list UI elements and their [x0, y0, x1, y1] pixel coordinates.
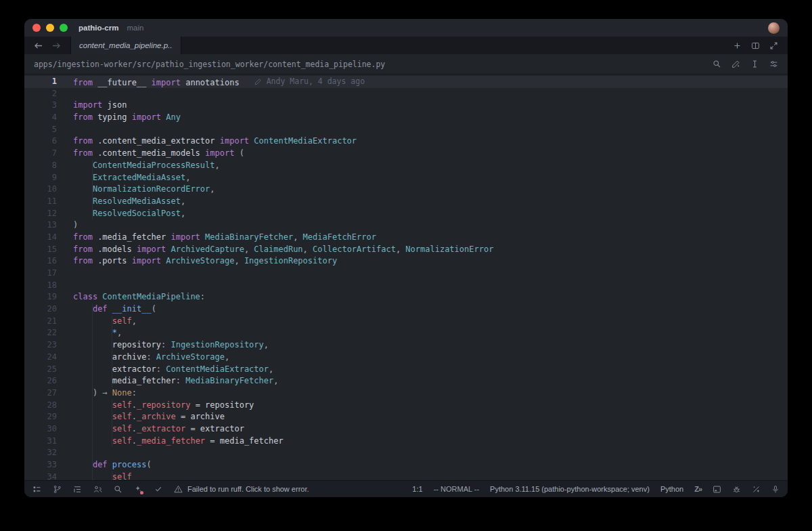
code-line[interactable]: 33 def process( — [24, 459, 788, 471]
settings-sliders-icon[interactable] — [769, 60, 778, 68]
minimize-window-button[interactable] — [46, 24, 54, 32]
code-line[interactable]: 15from .models import ArchivedCapture, C… — [24, 244, 788, 256]
split-pane-icon[interactable] — [751, 41, 760, 50]
code-line[interactable]: 20 def __init__( — [24, 303, 788, 316]
code-line[interactable]: 9 ExtractedMediaAsset, — [24, 172, 788, 184]
vim-mode-indicator: -- NORMAL -- — [434, 485, 479, 493]
code-line[interactable]: 12 ResolvedSocialPost, — [24, 208, 788, 220]
outline-panel-icon[interactable] — [73, 485, 82, 494]
code-line[interactable]: 23 repository: IngestionRepository, — [24, 339, 788, 352]
code-line[interactable]: 16from .ports import ArchiveStorage, Ing… — [24, 255, 788, 268]
code-content — [57, 447, 788, 459]
code-content: from .media_fetcher import MediaBinaryFe… — [57, 232, 788, 244]
code-content: media_fetcher: MediaBinaryFetcher, — [57, 375, 788, 387]
inline-assist-icon[interactable] — [731, 60, 740, 68]
notification-dot — [140, 491, 143, 494]
search-icon[interactable] — [713, 60, 721, 68]
code-content — [57, 88, 788, 100]
line-number: 19 — [24, 291, 57, 303]
code-line[interactable]: 31 self._media_fetcher = media_fetcher — [24, 436, 788, 448]
line-number: 29 — [24, 411, 57, 423]
assistant-sparkle-icon[interactable] — [752, 485, 761, 494]
project-panel-icon[interactable] — [32, 485, 41, 494]
search-panel-icon[interactable] — [114, 485, 122, 494]
forward-icon[interactable] — [52, 42, 61, 49]
git-branch-icon[interactable] — [53, 485, 62, 494]
zoom-window-button[interactable] — [60, 24, 68, 32]
code-line[interactable]: 10 NormalizationRecordError, — [24, 184, 788, 196]
line-number: 33 — [24, 459, 57, 471]
microphone-icon[interactable] — [771, 485, 780, 494]
code-line[interactable]: 7from .content_media_models import ( — [24, 148, 788, 160]
line-number: 30 — [24, 423, 57, 436]
line-number: 31 — [24, 436, 57, 448]
ruff-error-message[interactable]: Failed to run ruff. Click to show error. — [174, 485, 309, 493]
code-line[interactable]: 30 self._extractor = extractor — [24, 423, 788, 436]
user-avatar[interactable] — [768, 22, 780, 34]
code-line[interactable]: 6from .content_media_extractor import Co… — [24, 135, 788, 148]
indent-guide — [112, 316, 112, 328]
code-line[interactable]: 27 ) → None: — [24, 387, 788, 400]
collaboration-icon[interactable] — [93, 485, 102, 494]
back-icon[interactable] — [34, 42, 43, 49]
indent-guide — [92, 327, 93, 339]
code-line[interactable]: 1from __future__ import annotationsAndy … — [24, 76, 788, 88]
code-line[interactable]: 28 self._repository = repository — [24, 400, 788, 412]
line-number: 9 — [24, 172, 57, 184]
python-interpreter-selector[interactable]: Python 3.11.15 (pathio-python-workspace;… — [490, 485, 650, 493]
code-line[interactable]: 13) — [24, 219, 788, 232]
git-branch-name[interactable]: main — [127, 24, 143, 32]
ai-assistant-status-icon[interactable] — [134, 485, 143, 494]
code-content: ) → None: — [57, 387, 788, 400]
breadcrumb[interactable]: apps/ingestion-worker/src/pathio_ingesti… — [34, 60, 385, 69]
code-line[interactable]: 3import json — [24, 100, 788, 112]
code-line[interactable]: 26 media_fetcher: MediaBinaryFetcher, — [24, 375, 788, 387]
line-number: 21 — [24, 316, 57, 328]
project-name[interactable]: pathio-crm — [78, 24, 118, 32]
indent-guide — [92, 459, 93, 471]
line-number: 11 — [24, 196, 57, 208]
line-number: 23 — [24, 339, 57, 352]
edit-prediction-icon[interactable]: Z» — [694, 485, 702, 493]
code-line[interactable]: 34 self — [24, 471, 788, 480]
code-line[interactable]: 29 self._archive = archive — [24, 411, 788, 423]
code-content: self._archive = archive — [57, 411, 788, 423]
cursor-position[interactable]: 1:1 — [412, 485, 422, 493]
indent-guide — [92, 352, 93, 364]
indent-guide — [92, 208, 93, 220]
ibeam-cursor-icon[interactable] — [750, 60, 759, 68]
git-blame[interactable]: Andy Maru, 4 days ago — [254, 76, 365, 88]
code-area[interactable]: 1from __future__ import annotationsAndy … — [24, 75, 788, 480]
tab-content-media-pipeline[interactable]: content_media_pipeline.p... — [70, 37, 181, 54]
expand-icon[interactable] — [769, 41, 778, 50]
code-line[interactable]: 22 *, — [24, 327, 788, 339]
line-number: 10 — [24, 184, 57, 196]
code-line[interactable]: 25 extractor: ContentMediaExtractor, — [24, 364, 788, 376]
bug-icon[interactable] — [732, 485, 741, 494]
indent-guide — [92, 303, 93, 316]
code-content: *, — [57, 327, 788, 339]
indent-guide — [92, 375, 93, 387]
code-line[interactable]: 21 self, — [24, 316, 788, 328]
terminal-panel-icon[interactable] — [713, 485, 721, 494]
indent-guide — [92, 447, 93, 459]
code-line[interactable]: 11 ResolvedMediaAsset, — [24, 196, 788, 208]
code-line[interactable]: 2 — [24, 88, 788, 100]
new-tab-icon[interactable] — [733, 41, 742, 50]
code-line[interactable]: 32 — [24, 447, 788, 459]
indent-guide — [112, 352, 112, 364]
code-line[interactable]: 17 — [24, 268, 788, 280]
code-line[interactable]: 19class ContentMediaPipeline: — [24, 291, 788, 303]
close-window-button[interactable] — [32, 24, 41, 32]
code-line[interactable]: 5 — [24, 124, 788, 136]
line-number: 4 — [24, 112, 57, 124]
code-line[interactable]: 18 — [24, 280, 788, 292]
code-line[interactable]: 14from .media_fetcher import MediaBinary… — [24, 232, 788, 244]
language-selector[interactable]: Python — [660, 485, 683, 493]
code-line[interactable]: 24 archive: ArchiveStorage, — [24, 352, 788, 364]
line-number: 32 — [24, 447, 57, 459]
code-line[interactable]: 4from typing import Any — [24, 112, 788, 124]
code-line[interactable]: 8 ContentMediaProcessResult, — [24, 160, 788, 172]
line-number: 15 — [24, 244, 57, 256]
check-icon[interactable] — [154, 485, 162, 493]
